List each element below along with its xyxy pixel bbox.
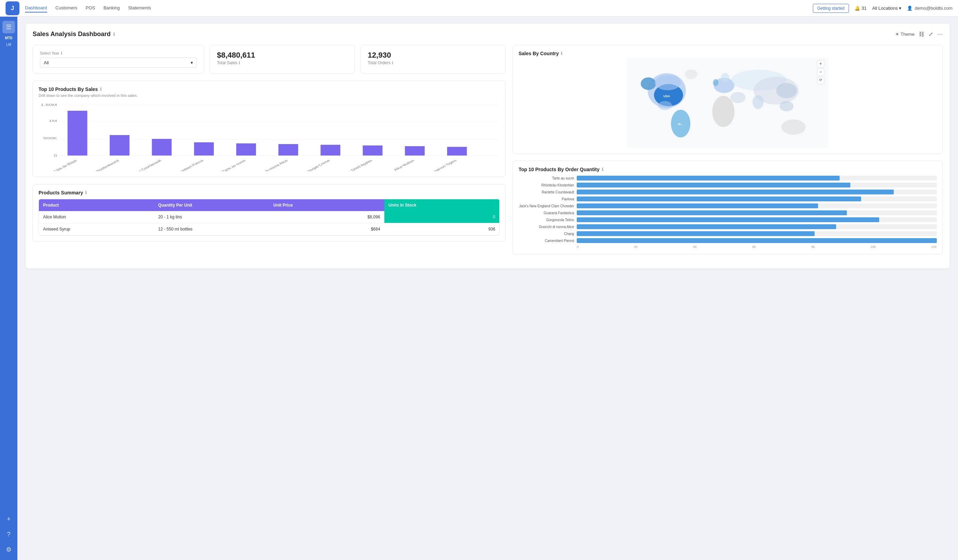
svg-point-44 [776, 83, 797, 98]
more-options-icon[interactable]: ⋯ [937, 31, 943, 38]
svg-rect-17 [447, 147, 467, 155]
hbar-label: Camembert Pierrot [519, 239, 574, 243]
svg-text:Côte de Blaye: Côte de Blaye [52, 159, 78, 171]
link-icon[interactable]: ⛓ [919, 31, 924, 38]
svg-rect-8 [68, 111, 87, 155]
dashboard-info-icon[interactable]: ℹ [113, 32, 115, 37]
svg-text:⟳: ⟳ [819, 78, 822, 82]
top-navigation: J Dashboard Customers POS Banking Statem… [0, 0, 958, 17]
hbar-row: Chang [519, 231, 937, 236]
nav-links: Dashboard Customers POS Banking Statemen… [25, 4, 813, 13]
menu-icon[interactable]: ☰ [2, 21, 15, 33]
theme-button[interactable]: ☀ Theme [895, 32, 915, 37]
select-year-label: Select Year ℹ [40, 51, 197, 56]
svg-rect-16 [405, 146, 425, 155]
total-orders-label: Total Orders ℹ [368, 60, 498, 65]
add-icon[interactable]: + [2, 513, 15, 525]
svg-text:+: + [820, 61, 822, 66]
nav-statements[interactable]: Statements [128, 4, 151, 13]
total-sales-value: $8,480,611 [217, 51, 347, 60]
notification-bell[interactable]: 🔔 31 [855, 6, 866, 11]
products-table: Product Quantity Per Unit Unit Price Uni… [38, 199, 500, 236]
location-selector[interactable]: All Locations ▾ [872, 6, 902, 11]
nav-customers[interactable]: Customers [56, 4, 78, 13]
top10-sales-chart-card: Top 10 Products By Sales ℹ Drill down to… [33, 81, 506, 177]
nav-banking[interactable]: Banking [103, 4, 120, 13]
top10-order-qty-title: Top 10 Products By Order Quantity ℹ [519, 167, 937, 172]
svg-text:Alice Mutton: Alice Mutton [392, 159, 415, 171]
svg-text:NuNuCa Nuß-Nougat-Creme: NuNuCa Nuß-Nougat-Creme [282, 159, 331, 171]
hbar-fill [577, 231, 814, 236]
user-email: demo@boldbi.com [915, 6, 952, 11]
svg-text:Camembert Pierrot: Camembert Pierrot [171, 159, 205, 171]
nav-right: Getting started 🔔 31 All Locations ▾ 👤 d… [813, 4, 953, 13]
svg-text:Carnarvon Tigers: Carnarvon Tigers [427, 159, 458, 171]
hbar-fill [577, 203, 818, 208]
left-column: Select Year ℹ All ▾ $8,480,611 Total Sal… [33, 45, 506, 262]
products-summary-info-icon[interactable]: ℹ [85, 190, 87, 195]
svg-point-46 [780, 101, 794, 111]
hbar-label: Jack's New England Clam Chowder [519, 204, 574, 208]
col-units-in-stock: Units In Stock [384, 199, 500, 211]
getting-started-button[interactable]: Getting started [813, 4, 849, 13]
svg-point-39 [721, 73, 730, 82]
hbar-fill [577, 210, 847, 215]
top10-order-qty-info-icon[interactable]: ℹ [602, 167, 603, 172]
select-year-card: Select Year ℹ All ▾ [33, 45, 204, 74]
svg-text:500K: 500K [43, 136, 57, 140]
row1-product: Alice Mutton [39, 211, 154, 223]
hbar-label: Gorgonzola Telino [519, 218, 574, 222]
row1-price: $8,096 [269, 211, 384, 223]
svg-text:1.50M: 1.50M [41, 103, 57, 106]
svg-rect-10 [152, 139, 171, 155]
hbar-track [577, 217, 937, 222]
svg-point-42 [731, 92, 746, 103]
hbar-row: Guaraná Fantástica [519, 210, 937, 215]
hbar-fill [577, 182, 850, 187]
hbar-row: Rhönbräu Klosterbier [519, 182, 937, 187]
hbar-label: Rhönbräu Klosterbier [519, 183, 574, 187]
total-orders-card: 12,930 Total Orders ℹ [360, 45, 506, 74]
hbar-track [577, 231, 937, 236]
svg-point-48 [685, 70, 698, 79]
hbar-axis: 02K4K6K8K10K12K [519, 245, 937, 249]
hbar-row: Gnocchi di nonna Alice [519, 224, 937, 229]
row1-stock: 0 [384, 211, 500, 223]
table-row: Alice Mutton 20 - 1 kg tins $8,096 0 [39, 211, 499, 223]
theme-sun-icon: ☀ [895, 32, 899, 37]
hbar-fill [577, 224, 836, 229]
sales-by-country-title: Sales By Country ℹ [519, 51, 937, 56]
row2-product: Aniseed Syrup [39, 223, 154, 235]
total-sales-info-icon[interactable]: ℹ [238, 60, 240, 65]
hbar-row: Pavlova [519, 197, 937, 201]
top10-sales-info-icon[interactable]: ℹ [100, 87, 102, 92]
products-summary-title: Products Summary ℹ [38, 190, 500, 195]
svg-text:Gnocchi di nonna Alice: Gnocchi di nonna Alice [250, 159, 289, 171]
nav-dashboard[interactable]: Dashboard [25, 4, 47, 13]
row1-qty: 20 - 1 kg tins [154, 211, 270, 223]
nav-pos[interactable]: POS [86, 4, 95, 13]
location-label: All Locations [872, 6, 898, 11]
chevron-down-icon: ▾ [899, 6, 901, 11]
svg-point-33 [655, 75, 681, 90]
svg-text:0: 0 [54, 154, 57, 157]
hbar-track [577, 197, 937, 201]
help-icon[interactable]: ? [2, 528, 15, 541]
row2-stock: 936 [384, 223, 500, 235]
expand-icon[interactable]: ⤢ [928, 31, 933, 38]
main-content: Sales Analysis Dashboard ℹ ☀ Theme ⛓ ⤢ ⋯ [17, 17, 958, 560]
total-orders-info-icon[interactable]: ℹ [392, 60, 393, 65]
row2-price: $684 [269, 223, 384, 235]
year-chevron-icon: ▾ [190, 60, 193, 65]
hbar-label: Gnocchi di nonna Alice [519, 225, 574, 229]
col-product: Product [39, 199, 154, 211]
hbar-fill [577, 197, 861, 201]
year-dropdown[interactable]: All ▾ [40, 58, 197, 68]
stats-row: Select Year ℹ All ▾ $8,480,611 Total Sal… [33, 45, 506, 74]
select-year-info-icon[interactable]: ℹ [61, 51, 62, 56]
sales-by-country-info-icon[interactable]: ℹ [561, 51, 563, 56]
settings-icon[interactable]: ⚙ [2, 543, 15, 556]
mtd-label: MTD [5, 36, 13, 40]
hbar-row: Raclette Courdavault [519, 190, 937, 194]
total-sales-label: Total Sales ℹ [217, 60, 347, 65]
